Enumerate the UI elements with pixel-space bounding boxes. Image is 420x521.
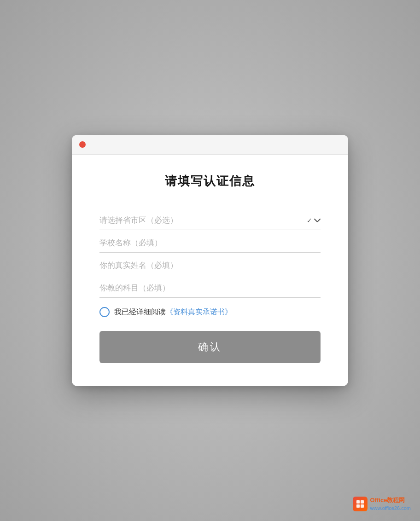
dialog-title: 请填写认证信息 <box>99 173 321 189</box>
watermark-url: www.office26.com <box>370 505 411 512</box>
province-field-group: ✓ <box>99 208 321 230</box>
dialog-container: 请填写认证信息 ✓ <box>72 135 348 386</box>
province-input[interactable] <box>99 216 302 225</box>
school-field[interactable] <box>99 238 321 248</box>
subject-field[interactable] <box>99 284 321 293</box>
school-input[interactable] <box>99 238 321 248</box>
subject-input[interactable] <box>99 284 321 293</box>
watermark-title: Office教程网 <box>370 496 411 504</box>
svg-rect-3 <box>361 504 364 508</box>
title-bar <box>72 135 348 155</box>
watermark-icon <box>353 497 368 511</box>
svg-rect-0 <box>356 500 360 504</box>
watermark-text: Office教程网 www.office26.com <box>370 496 411 512</box>
school-field-group <box>99 230 321 253</box>
checkbox-label: 我已经详细阅读 <box>114 307 166 317</box>
watermark: Office教程网 www.office26.com <box>353 496 411 512</box>
name-field-group <box>99 253 321 275</box>
province-field[interactable]: ✓ <box>99 216 321 225</box>
confirm-button[interactable]: 确认 <box>99 331 321 363</box>
name-field[interactable] <box>99 261 321 270</box>
chevron-down-icon: ✓ <box>307 217 321 224</box>
name-input[interactable] <box>99 261 321 270</box>
svg-rect-1 <box>361 500 364 504</box>
close-button[interactable] <box>79 141 86 148</box>
dialog-body: 请填写认证信息 ✓ <box>72 155 348 386</box>
subject-field-group <box>99 275 321 298</box>
svg-rect-2 <box>356 504 360 508</box>
checkbox-row[interactable]: 我已经详细阅读 《资料真实承诺书》 <box>99 307 321 317</box>
agreement-checkbox[interactable] <box>99 307 110 317</box>
agreement-link[interactable]: 《资料真实承诺书》 <box>166 307 232 317</box>
